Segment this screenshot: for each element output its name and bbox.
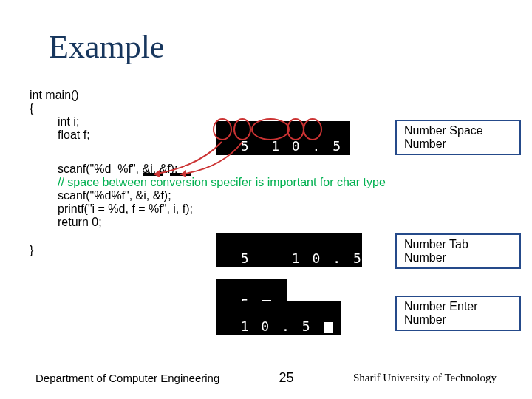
code-line: scanf("%d %f", &i, &f); xyxy=(30,163,502,176)
code-comment: // space between conversion specifer is … xyxy=(30,176,502,189)
cursor-icon xyxy=(324,322,332,332)
token-circle xyxy=(233,118,251,140)
slide-title: Example xyxy=(49,28,164,66)
cursor-icon xyxy=(355,142,364,152)
token-circle xyxy=(287,118,304,140)
console-text: 5 1 0 . 5 xyxy=(241,250,374,266)
page-number: 25 xyxy=(279,370,294,386)
cursor-icon xyxy=(375,254,384,265)
footer-left: Department of Computer Engineering xyxy=(35,372,219,384)
slide-footer: Department of Computer Engineering 25 Sh… xyxy=(0,370,532,386)
annotation-box: Number Tab Number xyxy=(395,233,521,269)
token-circle xyxy=(303,118,322,140)
console-text: 5 1 0 . 5 xyxy=(241,138,353,154)
code-line: printf("i = %d, f = %f", i, f); xyxy=(30,202,502,216)
console-output: 1 0 . 5 xyxy=(216,301,341,335)
annotation-box: Number Enter Number xyxy=(395,296,521,331)
code-block: int main() { int i; float f; scanf("%d %… xyxy=(30,89,502,257)
annotation-box: Number Space Number xyxy=(395,120,521,155)
console-text: 1 0 . 5 xyxy=(241,318,323,334)
code-line: return 0; xyxy=(30,216,502,229)
token-circle xyxy=(213,118,232,140)
highlight-mark xyxy=(143,173,163,176)
code-line: { xyxy=(30,102,502,115)
highlight-mark xyxy=(170,173,191,176)
code-line: scanf("%d%f", &i, &f); xyxy=(30,189,502,202)
console-output: 5 1 0 . 5 xyxy=(216,233,362,267)
footer-right: Sharif University of Technology xyxy=(353,372,497,384)
token-circle xyxy=(251,118,290,140)
code-line: int main() xyxy=(30,89,502,102)
